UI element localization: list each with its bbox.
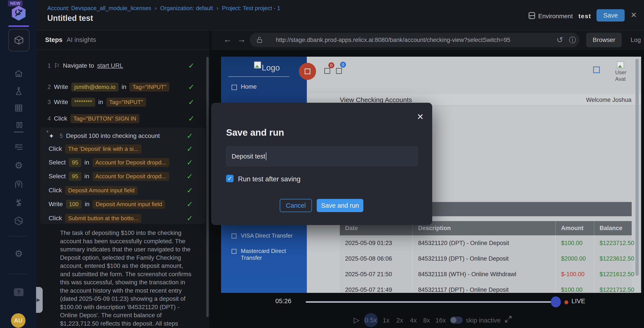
sidebar-item-runs[interactable] (14, 142, 24, 152)
breadcrumb-separator: › (216, 5, 218, 12)
breadcrumb-project[interactable]: Project: Test project - 1 (222, 5, 280, 12)
test-tubes-icon (14, 121, 24, 130)
speed-8x-button[interactable]: 8x (423, 317, 430, 324)
sidebar-item-sessions[interactable] (14, 179, 24, 190)
step-action: Write (54, 99, 68, 106)
tab-browser[interactable]: Browser (586, 33, 622, 47)
cell-date: 2025-05-07 21:49 (340, 282, 412, 293)
notification-circle-icon[interactable] (299, 63, 316, 80)
table-row[interactable]: 2025-05-07 21:50 845321118 (WTH) - Onlin… (340, 267, 632, 283)
step-value-badge: 95 (69, 158, 82, 167)
breadcrumb: Account: Devspace_all_module_licenses › … (47, 5, 280, 12)
play-icon[interactable]: ▷ (354, 316, 360, 324)
cancel-button[interactable]: Cancel (280, 199, 312, 212)
environment-value[interactable]: test (578, 13, 591, 20)
test-name-input[interactable]: Deposit test (226, 146, 418, 166)
save-and-run-button[interactable]: Save and run (317, 199, 363, 212)
url-text[interactable]: http://stage.dbank.prod-apps.relicx.ai:8… (276, 33, 510, 47)
breadcrumb-organization[interactable]: Organization: default (160, 5, 213, 12)
modal-close-icon[interactable]: ✕ (417, 112, 424, 122)
substep-row-1[interactable]: Click The 'Deposit' link with a si... ✓ (48, 144, 199, 154)
cell-date: 2025-05-07 21:50 (340, 267, 412, 282)
substep-row-6[interactable]: Click Submit button at the botto... ✓ (48, 213, 199, 223)
speed-16x-button[interactable]: 16x (436, 317, 446, 324)
sidebar-item-integrations[interactable] (14, 197, 24, 208)
sidebar-item-suites[interactable] (14, 103, 24, 113)
user-avatar-broken-image-icon[interactable] (617, 61, 624, 68)
speed-1x-button[interactable]: 1x (383, 317, 390, 324)
step-row-3[interactable]: 3 Write ******** in Tag="INPUT" ✓ (45, 97, 205, 107)
cell-description: 845321117 (DPT) - Online Deposit (412, 282, 555, 293)
playback-knob[interactable] (551, 296, 561, 307)
sidebar-item-admin-settings[interactable]: ⚙ (14, 248, 24, 259)
active-section-underline (14, 132, 24, 132)
bank-nav-home[interactable]: Home (241, 83, 257, 90)
sidebar-item-builder-active[interactable] (8, 29, 30, 51)
step-connector: in (84, 173, 89, 180)
substep-row-3[interactable]: Select 95 in Account for Deposit dropd..… (48, 171, 199, 181)
checkbox-label: Run test after saving (238, 175, 300, 183)
step-action: Write (54, 83, 68, 90)
speed-2x-button[interactable]: 2x (396, 317, 403, 324)
substep-row-2[interactable]: Select 95 in Account for Deposit dropd..… (48, 157, 199, 168)
column-amount: Amount (555, 221, 594, 235)
speed-4x-button[interactable]: 4x (410, 317, 417, 324)
back-icon[interactable]: ← (223, 34, 232, 44)
url-bar[interactable]: http://stage.dbank.prod-apps.relicx.ai:8… (250, 33, 580, 47)
step-success-icon: ✓ (188, 98, 195, 107)
tab-ai-insights[interactable]: AI insights (67, 36, 96, 43)
step-row-2[interactable]: 2 Write jsmith@demo.io in Tag="INPUT" ✓ (45, 82, 205, 92)
step-locator-badge: Deposit Amount input field (92, 200, 165, 209)
step-group-5: ✦✧ 5 Deposit 100 into checking account ✓… (40, 128, 206, 224)
step-number: 5 (57, 133, 63, 139)
sidebar-item-settings[interactable]: ⚙ (14, 160, 24, 170)
table-row[interactable]: 2025-05-07 21:49 845321117 (DPT) - Onlin… (340, 282, 632, 293)
environment-label: Environment (538, 13, 573, 20)
save-button[interactable]: Save (596, 9, 625, 21)
tab-steps[interactable]: Steps (45, 36, 62, 43)
sidebar-item-home[interactable] (14, 68, 24, 79)
step-number: 2 (45, 84, 51, 90)
run-after-saving-checkbox[interactable]: ✓ (226, 175, 234, 182)
step-action: Click (48, 187, 62, 194)
bank-nav-visa-transfer[interactable]: VISA Direct Transfer (241, 232, 293, 239)
step-row-5[interactable]: ✦✧ 5 Deposit 100 into checking account ✓ (48, 130, 199, 142)
cell-description: 845321118 (WTH) - Online Withdrawl (412, 267, 555, 282)
app-logo-icon[interactable] (12, 6, 26, 21)
help-chat-icon[interactable]: ? (14, 288, 24, 296)
start-url-link[interactable]: start URL (97, 62, 123, 69)
step-success-icon: ✓ (187, 172, 193, 181)
table-row[interactable]: 2025-05-08 06:06 845321119 (DPT) - Onlin… (340, 251, 632, 267)
breadcrumb-account[interactable]: Account: Devspace_all_module_licenses (47, 5, 151, 12)
table-row[interactable]: 2025-05-09 01:23 845321120 (DPT) - Onlin… (340, 235, 632, 252)
sidebar-item-lab[interactable] (14, 86, 24, 96)
ai-sparkle-icon: ✦✧ (48, 132, 54, 140)
tab-log[interactable]: Log (626, 33, 644, 47)
alerts-broken-image-icon[interactable] (324, 68, 330, 74)
speed-0-5x-button[interactable]: 0.5x (364, 313, 378, 327)
substep-row-5[interactable]: Write 100 in Deposit Amount input field … (48, 199, 199, 209)
close-icon[interactable]: ✕ (630, 10, 637, 19)
viewport-scrollbar[interactable] (636, 59, 639, 276)
bank-nav-mastercard-transfer[interactable]: Mastercard Direct Transfer (241, 248, 307, 261)
steps-scrollbar[interactable] (206, 57, 209, 317)
step-row-4[interactable]: 4 Click Tag="BUTTON" SIGN IN ✓ (45, 113, 205, 124)
sidebar-item-tests[interactable] (14, 120, 24, 131)
playback-time: 05:26 (275, 298, 292, 305)
fullscreen-expand-icon[interactable] (504, 315, 512, 324)
checklist-icon (14, 142, 24, 152)
forward-icon[interactable]: → (237, 34, 246, 44)
user-avatar[interactable]: AU (11, 313, 26, 328)
info-icon[interactable]: ⓘ (569, 33, 576, 47)
playback-track[interactable] (306, 301, 554, 303)
skip-inactive-toggle[interactable] (450, 317, 463, 324)
refresh-icon[interactable]: ↺ (556, 33, 563, 47)
step-success-icon: ✓ (188, 114, 195, 123)
step-locator-badge: Tag="INPUT" (106, 98, 146, 107)
messages-broken-image-icon[interactable] (336, 68, 342, 74)
panel-collapse-handle[interactable]: ▶ (36, 287, 43, 313)
sidebar-item-api[interactable] (14, 216, 24, 226)
step-row-1[interactable]: 1 ⚐ Navigate to start URL ✓ (45, 60, 205, 71)
live-dot-icon (564, 300, 568, 304)
substep-row-4[interactable]: Click Deposit Amount input field ✓ (48, 185, 199, 196)
